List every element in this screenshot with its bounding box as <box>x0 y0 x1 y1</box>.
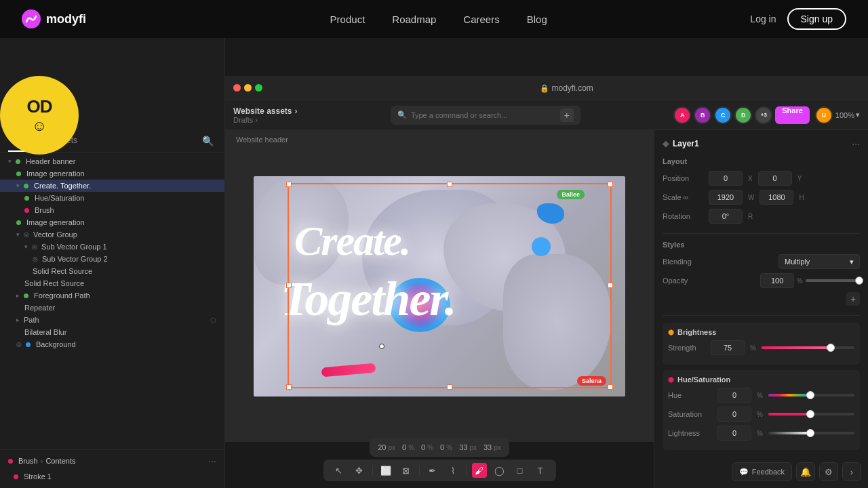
login-button[interactable]: Log in <box>750 14 776 24</box>
layer-image-gen-1[interactable]: Image generation <box>0 167 224 180</box>
canvas-label: Website header <box>236 136 288 144</box>
panel-menu-icon[interactable]: ··· <box>208 455 216 466</box>
handle-tm[interactable] <box>447 182 452 187</box>
layer-sub-vector-group-2[interactable]: ◎ Sub Vector Group 2 <box>0 253 224 265</box>
strength-slider[interactable] <box>762 346 854 349</box>
canvas-frame[interactable]: Create. Together. Ballee Salena <box>254 176 625 396</box>
avatar-3[interactable]: C <box>714 106 732 124</box>
blending-select[interactable]: Multiply ▾ <box>778 254 860 269</box>
layer-badge: ◎ <box>33 256 38 262</box>
avatar-4[interactable]: D <box>734 106 752 124</box>
layer-image-gen-2[interactable]: Image generation <box>0 216 224 228</box>
handle-br[interactable] <box>608 384 613 390</box>
command-search[interactable]: 🔍 Type a command or search... + <box>391 106 580 125</box>
search-layers-icon[interactable]: 🔍 <box>199 130 216 152</box>
frame-tool[interactable]: ⬜ <box>378 463 393 478</box>
avatar[interactable]: OD ☺ <box>0 76 79 155</box>
layer-badge: ◎ <box>24 231 29 238</box>
layer-repeater[interactable]: Repeater <box>0 302 224 314</box>
saturation-slider-container <box>768 413 854 415</box>
layer-hue-saturation[interactable]: Hue/Saturation <box>0 192 224 204</box>
shape-tool[interactable]: □ <box>513 463 528 478</box>
saturation-slider[interactable] <box>768 413 854 415</box>
layer-create-together[interactable]: ▾ Create. Together. <box>0 180 224 192</box>
paint-tool[interactable]: ◯ <box>492 463 507 478</box>
blending-row: Blending Multiply ▾ <box>663 254 860 269</box>
share-button[interactable]: Share <box>775 106 810 124</box>
nav-careers[interactable]: Careers <box>463 14 499 25</box>
tool-sep-3 <box>466 465 467 476</box>
layer-brush[interactable]: Brush <box>0 204 224 216</box>
settings-button[interactable]: ⚙ <box>819 462 838 481</box>
layer-vector-group[interactable]: ▾ ◎ Vector Group <box>0 228 224 241</box>
strength-slider-container <box>762 346 854 349</box>
avatar-2[interactable]: B <box>694 106 711 124</box>
workspace-arrow: › <box>295 106 298 116</box>
nav-blog[interactable]: Blog <box>527 14 547 25</box>
select-tool[interactable]: ↖ <box>332 463 347 478</box>
opacity-fill <box>806 279 860 282</box>
layer-solid-rect-1[interactable]: Solid Rect Source <box>0 265 224 277</box>
text-tool[interactable]: T <box>533 463 548 478</box>
chevron-right-button[interactable]: › <box>842 462 861 481</box>
dot-close[interactable] <box>233 84 241 92</box>
feedback-button[interactable]: 💬 Feedback <box>732 462 792 481</box>
layer-header-banner[interactable]: ▾ Header banner <box>0 155 224 167</box>
val-p3-num: 0 <box>440 443 444 451</box>
strength-input[interactable]: 75 <box>711 340 745 355</box>
lightness-slider[interactable] <box>768 432 854 434</box>
zoom-level[interactable]: 100% ▾ <box>835 110 860 119</box>
rotation-input[interactable]: 0° <box>709 209 743 224</box>
add-style-button[interactable]: + <box>846 292 860 306</box>
signup-button[interactable]: Sign up <box>787 8 846 30</box>
hue-input[interactable]: 0 <box>717 388 751 403</box>
nav-roadmap[interactable]: Roadmap <box>392 14 436 25</box>
collaborator-avatars: A B C D +3 Share U 100% ▾ <box>673 106 860 124</box>
scale-h-input[interactable]: 1080 <box>760 190 793 205</box>
saturation-input[interactable]: 0 <box>717 407 751 422</box>
app-toolbar: Website assets › Drafts › 🔍 Type a comma… <box>225 100 868 130</box>
rp-menu-button[interactable]: ··· <box>852 138 860 149</box>
scale-w-input[interactable]: 1920 <box>709 190 743 205</box>
opacity-slider[interactable] <box>806 279 860 282</box>
panel-stroke-item[interactable]: Stroke 1 <box>8 470 216 483</box>
brightness-icon: ⬢ <box>668 329 674 336</box>
pos-y-input[interactable]: 0 <box>758 171 792 186</box>
handle-mr[interactable] <box>608 283 613 288</box>
layers-list: ▾ Header banner Image generation ▾ Creat… <box>0 152 224 353</box>
search-plus-button[interactable]: + <box>560 108 574 122</box>
strength-fill <box>762 346 831 349</box>
crop-tool[interactable]: ⊠ <box>399 463 414 478</box>
feedback-icon: 💬 <box>739 468 749 476</box>
scale-h-val: 1080 <box>768 193 785 201</box>
panel-sub: Contents <box>45 457 75 465</box>
lightness-input[interactable]: 0 <box>717 426 751 441</box>
pos-x-input[interactable]: 0 <box>709 171 743 186</box>
layer-background[interactable]: ◎ Background <box>0 338 224 350</box>
layer-foreground-path[interactable]: ▸ Foreground Path <box>0 289 224 302</box>
avatar-more[interactable]: +3 <box>755 106 772 124</box>
layer-name: Image generation <box>26 218 85 226</box>
handle-bm[interactable] <box>447 384 452 390</box>
dot-maximize[interactable] <box>255 84 262 92</box>
brush-tool[interactable]: 🖌 <box>472 463 487 478</box>
layer-path[interactable]: ▸ Path ⬡ <box>0 314 224 326</box>
avatar-1[interactable]: A <box>673 106 691 124</box>
dot-minimize[interactable] <box>244 84 252 92</box>
anchor-tool[interactable]: ⌇ <box>446 463 460 478</box>
avatar-initials: OD <box>27 96 52 117</box>
layer-sub-vector-group-1[interactable]: ▾ ◎ Sub Vector Group 1 <box>0 241 224 253</box>
move-tool[interactable]: ✥ <box>352 463 367 478</box>
logo[interactable]: modyfi <box>22 9 86 28</box>
layer-solid-rect-2[interactable]: Solid Rect Source <box>0 277 224 289</box>
opacity-input[interactable]: 100 <box>760 273 794 288</box>
handle-tr[interactable] <box>608 182 613 187</box>
pen-tool[interactable]: ✒ <box>425 463 440 478</box>
nav-product[interactable]: Product <box>330 14 366 25</box>
rp-header: ◈ Layer1 ··· <box>663 138 860 149</box>
layer-bilateral-blur[interactable]: Bilateral Blur <box>0 326 224 338</box>
notification-button[interactable]: 🔔 <box>796 462 815 481</box>
current-user-avatar[interactable]: U <box>815 106 833 124</box>
hue-slider[interactable] <box>768 394 854 396</box>
handle-bl[interactable] <box>286 384 292 390</box>
